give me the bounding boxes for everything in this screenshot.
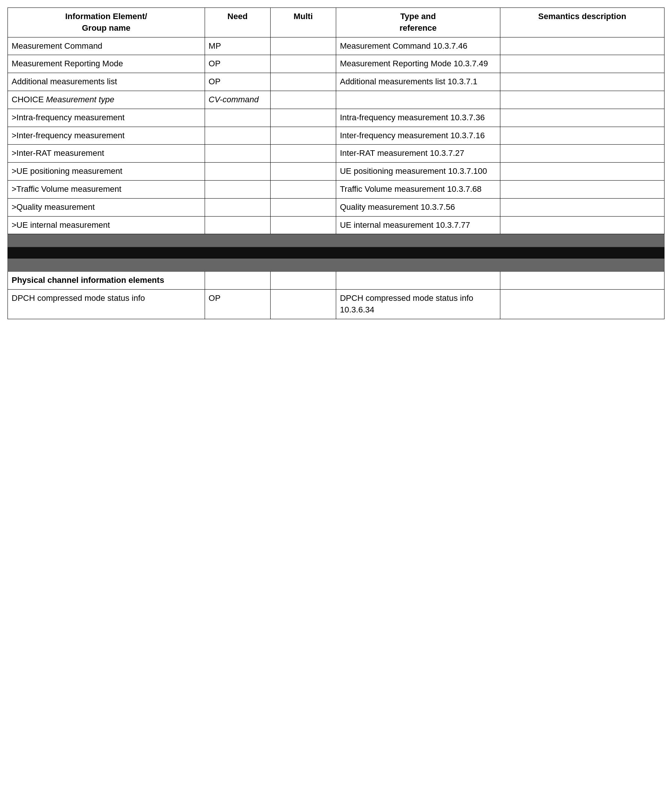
cell-multi-traffic-volume — [270, 180, 336, 198]
table-row-measurement-command: Measurement Command MP Measurement Comma… — [8, 37, 665, 55]
cell-need-inter-frequency — [205, 127, 270, 144]
dark-separator-row — [8, 234, 665, 247]
cell-multi-additional-measurements-list — [270, 73, 336, 91]
col-header-semantics: Semantics description — [500, 8, 664, 37]
cell-type-ue-internal: UE internal measurement 10.3.7.77 — [336, 216, 500, 234]
page-container: Information Element/Group name Need Mult… — [0, 0, 672, 807]
col-header-multi: Multi — [270, 8, 336, 37]
table-row-traffic-volume: >Traffic Volume measurement Traffic Volu… — [8, 180, 665, 198]
cell-semantics-physical-channel-header — [500, 272, 664, 290]
cell-need-intra-frequency — [205, 109, 270, 127]
cell-type-inter-rat: Inter-RAT measurement 10.3.7.27 — [336, 144, 500, 163]
cell-name-measurement-reporting-mode: Measurement Reporting Mode — [8, 55, 205, 73]
cell-semantics-quality-measurement — [500, 198, 664, 216]
cell-type-intra-frequency: Intra-frequency measurement 10.3.7.36 — [336, 109, 500, 127]
cell-type-quality-measurement: Quality measurement 10.3.7.56 — [336, 198, 500, 216]
cell-need-traffic-volume — [205, 180, 270, 198]
ie-table: Information Element/Group name Need Mult… — [7, 7, 665, 319]
cell-need-measurement-reporting-mode: OP — [205, 55, 270, 73]
cell-need-choice-measurement-type: CV-command — [205, 91, 270, 109]
cell-name-quality-measurement: >Quality measurement — [8, 198, 205, 216]
cell-need-additional-measurements-list: OP — [205, 73, 270, 91]
table-row-choice-measurement-type: CHOICE Measurement type CV-command — [8, 91, 665, 109]
table-row-ue-internal: >UE internal measurement UE internal mea… — [8, 216, 665, 234]
cell-type-traffic-volume: Traffic Volume measurement 10.3.7.68 — [336, 180, 500, 198]
cell-name-traffic-volume: >Traffic Volume measurement — [8, 180, 205, 198]
table-row-additional-measurements-list: Additional measurements list OP Addition… — [8, 73, 665, 91]
cell-type-measurement-reporting-mode: Measurement Reporting Mode 10.3.7.49 — [336, 55, 500, 73]
col-header-name: Information Element/Group name — [8, 8, 205, 37]
cell-need-ue-internal — [205, 216, 270, 234]
cell-need-quality-measurement — [205, 198, 270, 216]
table-row-intra-frequency: >Intra-frequency measurement Intra-frequ… — [8, 109, 665, 127]
cell-name-additional-measurements-list: Additional measurements list — [8, 73, 205, 91]
cell-multi-choice-measurement-type — [270, 91, 336, 109]
cell-type-inter-frequency: Inter-frequency measurement 10.3.7.16 — [336, 127, 500, 144]
cell-need-measurement-command: MP — [205, 37, 270, 55]
cell-semantics-traffic-volume — [500, 180, 664, 198]
cell-multi-measurement-command — [270, 37, 336, 55]
cell-need-ue-positioning — [205, 163, 270, 181]
cell-type-ue-positioning: UE positioning measurement 10.3.7.100 — [336, 163, 500, 181]
cell-name-ue-internal: >UE internal measurement — [8, 216, 205, 234]
cell-name-ue-positioning: >UE positioning measurement — [8, 163, 205, 181]
cell-type-physical-channel-header — [336, 272, 500, 290]
dark-separator-row — [8, 259, 665, 272]
table-row-physical-channel-header: Physical channel information elements — [8, 272, 665, 290]
cell-multi-measurement-reporting-mode — [270, 55, 336, 73]
cell-need-inter-rat — [205, 144, 270, 163]
very-dark-separator-row — [8, 247, 665, 259]
cell-semantics-dpch-compressed — [500, 290, 664, 319]
cell-multi-ue-internal — [270, 216, 336, 234]
cell-type-additional-measurements-list: Additional measurements list 10.3.7.1 — [336, 73, 500, 91]
cell-name-inter-rat: >Inter-RAT measurement — [8, 144, 205, 163]
col-header-type: Type andreference — [336, 8, 500, 37]
cell-name-intra-frequency: >Intra-frequency measurement — [8, 109, 205, 127]
table-row-inter-rat: >Inter-RAT measurement Inter-RAT measure… — [8, 144, 665, 163]
cell-multi-ue-positioning — [270, 163, 336, 181]
cell-semantics-inter-frequency — [500, 127, 664, 144]
cell-semantics-measurement-command — [500, 37, 664, 55]
cell-multi-inter-frequency — [270, 127, 336, 144]
cell-need-dpch-compressed: OP — [205, 290, 270, 319]
col-header-need: Need — [205, 8, 270, 37]
table-row-quality-measurement: >Quality measurement Quality measurement… — [8, 198, 665, 216]
cell-semantics-intra-frequency — [500, 109, 664, 127]
cell-semantics-ue-positioning — [500, 163, 664, 181]
cell-name-dpch-compressed: DPCH compressed mode status info — [8, 290, 205, 319]
cell-multi-inter-rat — [270, 144, 336, 163]
cell-multi-intra-frequency — [270, 109, 336, 127]
table-row-measurement-reporting-mode: Measurement Reporting Mode OP Measuremen… — [8, 55, 665, 73]
cell-type-measurement-command: Measurement Command 10.3.7.46 — [336, 37, 500, 55]
cell-type-dpch-compressed: DPCH compressed mode status info 10.3.6.… — [336, 290, 500, 319]
cell-semantics-choice-measurement-type — [500, 91, 664, 109]
cell-name-physical-channel-header: Physical channel information elements — [8, 272, 205, 290]
table-row-ue-positioning: >UE positioning measurement UE positioni… — [8, 163, 665, 181]
table-row-dpch-compressed: DPCH compressed mode status info OP DPCH… — [8, 290, 665, 319]
cell-semantics-ue-internal — [500, 216, 664, 234]
table-row-inter-frequency: >Inter-frequency measurement Inter-frequ… — [8, 127, 665, 144]
cell-multi-quality-measurement — [270, 198, 336, 216]
cell-type-choice-measurement-type — [336, 91, 500, 109]
cell-need-physical-channel-header — [205, 272, 270, 290]
cell-multi-physical-channel-header — [270, 272, 336, 290]
table-header-row: Information Element/Group name Need Mult… — [8, 8, 665, 37]
cell-semantics-additional-measurements-list — [500, 73, 664, 91]
cell-name-inter-frequency: >Inter-frequency measurement — [8, 127, 205, 144]
cell-name-measurement-command: Measurement Command — [8, 37, 205, 55]
cell-name-choice-measurement-type: CHOICE Measurement type — [8, 91, 205, 109]
cell-semantics-measurement-reporting-mode — [500, 55, 664, 73]
cell-semantics-inter-rat — [500, 144, 664, 163]
cell-multi-dpch-compressed — [270, 290, 336, 319]
